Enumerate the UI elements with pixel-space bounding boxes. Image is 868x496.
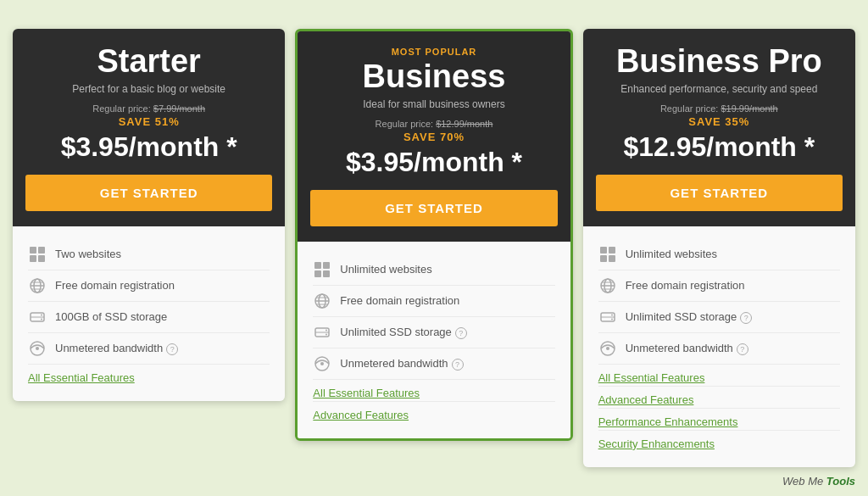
feature-item-websites: Unlimited websites [598, 239, 840, 270]
plan-features-business: Unlimited websites Free domain registrat… [298, 242, 570, 438]
svg-point-41 [611, 314, 613, 315]
feature-text-websites: Two websites [55, 248, 121, 260]
plan-tagline-starter: Perfect for a basic blog or website [25, 83, 272, 95]
feature-icon-bandwidth [598, 339, 617, 358]
feature-text-domain: Free domain registration [340, 294, 459, 307]
feature-link-performance-enhancements[interactable]: Performance Enhancements [598, 409, 840, 431]
tooltip-icon[interactable]: ? [166, 343, 178, 355]
plan-features-business-pro: Unlimited websites Free domain registrat… [583, 226, 855, 467]
feature-text-storage: Unlimited SSD storage? [626, 310, 753, 324]
svg-rect-31 [609, 247, 615, 254]
feature-icon-storage [313, 323, 331, 342]
feature-link-all-essential-features[interactable]: All Essential Features [598, 365, 840, 387]
price-business-pro: $12.95/month * [596, 131, 843, 163]
plan-card-starter: Starter Perfect for a basic blog or webs… [13, 29, 285, 401]
feature-link-advanced-features[interactable]: Advanced Features [598, 387, 840, 409]
feature-text-bandwidth: Unmetered bandwidth? [55, 342, 178, 355]
plan-tagline-business-pro: Enhanced performance, security and speed [596, 83, 843, 95]
feature-icon-websites [313, 260, 331, 279]
save-label-business-pro: SAVE 35% [596, 115, 843, 128]
price-business: $3.95/month * [310, 147, 557, 178]
feature-text-domain: Free domain registration [55, 279, 175, 292]
svg-point-44 [606, 347, 609, 350]
feature-icon-bandwidth [313, 354, 331, 373]
feature-item-bandwidth: Unmetered bandwidth? [313, 348, 554, 380]
svg-rect-30 [600, 247, 607, 254]
svg-rect-32 [600, 255, 607, 262]
regular-price-starter: Regular price: $7.99/month [25, 103, 272, 114]
svg-rect-15 [314, 262, 321, 269]
feature-icon-storage [598, 308, 617, 326]
tooltip-icon[interactable]: ? [737, 343, 748, 355]
feature-item-storage: Unlimited SSD storage? [313, 317, 554, 348]
feature-item-websites: Two websites [28, 239, 270, 270]
pricing-container: Starter Perfect for a basic blog or webs… [0, 12, 868, 484]
plan-card-business: MOST POPULAR Business Ideal for small bu… [295, 29, 572, 441]
feature-text-websites: Unlimited websites [340, 263, 431, 276]
svg-rect-2 [30, 255, 36, 262]
regular-price-business: Regular price: $12.99/month [310, 119, 557, 129]
svg-rect-3 [38, 255, 45, 262]
feature-link-security-enhancements[interactable]: Security Enhancements [598, 431, 840, 452]
save-label-starter: SAVE 51% [25, 115, 272, 128]
svg-point-11 [41, 314, 42, 315]
svg-rect-0 [30, 247, 36, 254]
svg-rect-18 [323, 270, 330, 277]
svg-point-27 [326, 333, 327, 335]
plan-name-business-pro: Business Pro [596, 44, 843, 80]
feature-text-domain: Free domain registration [626, 279, 745, 292]
svg-point-42 [611, 318, 613, 320]
feature-item-domain: Free domain registration [598, 270, 840, 302]
feature-item-domain: Free domain registration [313, 286, 554, 317]
svg-point-26 [326, 329, 327, 331]
feature-item-domain: Free domain registration [28, 270, 270, 302]
svg-rect-33 [609, 255, 615, 262]
feature-text-storage: Unlimited SSD storage? [340, 326, 467, 339]
svg-rect-16 [323, 262, 330, 269]
svg-point-12 [41, 318, 42, 320]
feature-text-bandwidth: Unmetered bandwidth? [626, 342, 748, 355]
watermark: Web Me Tools [782, 475, 855, 488]
tooltip-icon[interactable]: ? [740, 312, 752, 324]
svg-point-29 [320, 362, 324, 365]
feature-icon-domain [598, 276, 617, 295]
feature-link-all-essential-features[interactable]: All Essential Features [28, 365, 270, 386]
get-started-button-starter[interactable]: GET STARTED [25, 175, 272, 211]
regular-price-business-pro: Regular price: $19.99/month [596, 103, 843, 114]
feature-text-websites: Unlimited websites [626, 248, 717, 260]
feature-icon-domain [28, 276, 47, 295]
feature-text-storage: 100GB of SSD storage [55, 310, 167, 323]
plan-header-starter: Starter Perfect for a basic blog or webs… [13, 29, 285, 226]
most-popular-badge: MOST POPULAR [310, 47, 557, 57]
get-started-button-business-pro[interactable]: GET STARTED [596, 175, 843, 211]
plan-card-business-pro: Business Pro Enhanced performance, secur… [583, 29, 855, 467]
feature-link-all-essential-features[interactable]: All Essential Features [313, 380, 554, 402]
feature-icon-bandwidth [28, 339, 47, 358]
svg-rect-1 [38, 247, 45, 254]
feature-item-storage: 100GB of SSD storage [28, 302, 270, 333]
svg-point-14 [36, 347, 39, 350]
plan-header-business: MOST POPULAR Business Ideal for small bu… [298, 31, 570, 242]
plan-tagline-business: Ideal for small business owners [310, 98, 557, 110]
get-started-button-business[interactable]: GET STARTED [310, 190, 557, 226]
feature-link-advanced-features[interactable]: Advanced Features [313, 402, 554, 423]
price-starter: $3.95/month * [25, 131, 272, 163]
feature-item-bandwidth: Unmetered bandwidth? [28, 333, 270, 365]
plan-features-starter: Two websites Free domain registration 10… [13, 226, 285, 401]
plan-header-business-pro: Business Pro Enhanced performance, secur… [583, 29, 855, 226]
feature-icon-websites [28, 245, 47, 264]
feature-item-bandwidth: Unmetered bandwidth? [598, 333, 840, 365]
tooltip-icon[interactable]: ? [452, 359, 464, 371]
tooltip-icon[interactable]: ? [455, 327, 467, 339]
svg-rect-17 [314, 270, 321, 277]
feature-icon-domain [313, 292, 331, 310]
feature-icon-websites [598, 245, 617, 264]
feature-item-websites: Unlimited websites [313, 254, 554, 286]
plan-name-starter: Starter [25, 44, 272, 80]
feature-icon-storage [28, 308, 47, 326]
plan-name-business: Business [310, 59, 557, 95]
save-label-business: SAVE 70% [310, 131, 557, 143]
feature-item-storage: Unlimited SSD storage? [598, 302, 840, 333]
feature-text-bandwidth: Unmetered bandwidth? [340, 357, 463, 371]
